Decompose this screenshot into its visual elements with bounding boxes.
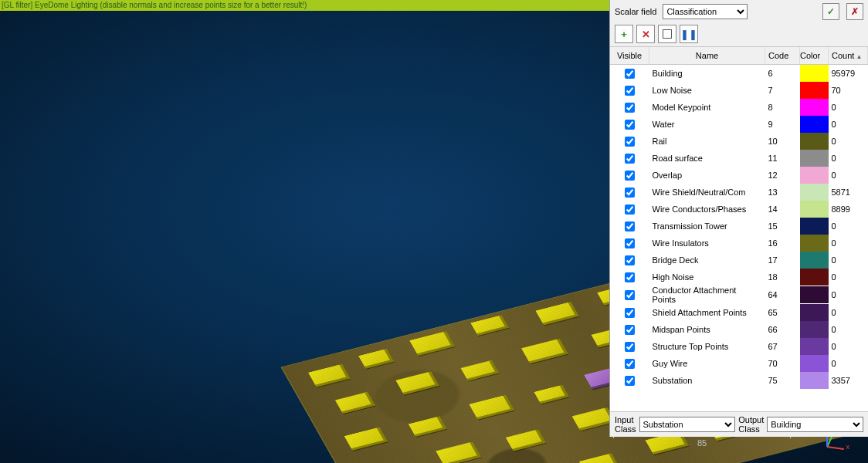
class-name-cell[interactable]: Rail [649,133,765,150]
visible-checkbox[interactable] [625,103,635,113]
input-class-select[interactable]: Substation [639,417,736,432]
visible-checkbox[interactable] [625,290,635,300]
class-code-cell[interactable]: 70 [765,355,800,372]
class-code-cell[interactable]: 10 [765,133,800,150]
visible-checkbox[interactable] [625,154,635,164]
visible-checkbox[interactable] [625,342,635,352]
color-swatch[interactable] [800,338,829,355]
visible-checkbox[interactable] [625,188,635,198]
class-name-cell[interactable]: Substation [649,372,765,389]
table-row[interactable]: Overlap120 [610,167,868,184]
table-row[interactable]: Rail100 [610,133,868,150]
table-row[interactable]: Bridge Deck170 [610,252,868,269]
color-swatch[interactable] [800,116,829,133]
color-swatch[interactable] [800,321,829,338]
table-row[interactable]: Road surface110 [610,150,868,167]
class-name-cell[interactable]: Structure Top Points [649,338,765,355]
visible-checkbox[interactable] [625,120,635,130]
visible-checkbox[interactable] [625,238,635,248]
class-name-cell[interactable]: Wire Insulators [649,235,765,252]
class-code-cell[interactable]: 9 [765,116,800,133]
class-code-cell[interactable]: 67 [765,338,800,355]
class-code-cell[interactable]: 13 [765,184,800,201]
class-code-cell[interactable]: 6 [765,65,800,83]
table-row[interactable]: Building695979 [610,65,868,83]
table-row[interactable]: Low Noise770 [610,82,868,99]
visible-checkbox[interactable] [625,255,635,265]
class-name-cell[interactable]: Guy Wire [649,355,765,372]
visible-checkbox[interactable] [625,69,635,79]
delete-class-button[interactable]: ✕ [636,25,655,43]
visible-checkbox[interactable] [625,137,635,147]
class-code-cell[interactable]: 11 [765,150,800,167]
color-swatch[interactable] [800,150,829,167]
visible-checkbox[interactable] [625,325,635,335]
color-swatch[interactable] [800,235,829,252]
col-code[interactable]: Code [765,47,800,65]
class-name-cell[interactable]: Conductor Attachment Points [649,286,765,304]
color-swatch[interactable] [800,133,829,150]
add-class-button[interactable]: + [615,25,633,43]
class-code-cell[interactable]: 17 [765,252,800,269]
class-name-cell[interactable]: Building [649,65,765,83]
stop-button[interactable] [658,25,676,43]
color-swatch[interactable] [800,218,829,235]
table-row[interactable]: Substation753357 [610,372,868,389]
col-visible[interactable]: Visible [610,47,649,65]
class-name-cell[interactable]: Midspan Points [649,321,765,338]
table-row[interactable]: Wire Shield/Neutral/Com135871 [610,184,868,201]
class-name-cell[interactable]: Low Noise [649,82,765,99]
color-swatch[interactable] [800,184,829,201]
class-code-cell[interactable]: 75 [765,372,800,389]
class-name-cell[interactable]: Transmission Tower [649,218,765,235]
class-name-cell[interactable]: Shield Attachment Points [649,304,765,321]
class-name-cell[interactable]: Overlap [649,167,765,184]
class-name-cell[interactable]: Wire Shield/Neutral/Com [649,184,765,201]
class-code-cell[interactable]: 65 [765,304,800,321]
table-row[interactable]: Model Keypoint80 [610,99,868,116]
color-swatch[interactable] [800,99,829,116]
class-name-cell[interactable]: Road surface [649,150,765,167]
visible-checkbox[interactable] [625,308,635,318]
table-row[interactable]: High Noise180 [610,269,868,286]
table-row[interactable]: Water90 [610,116,868,133]
visible-checkbox[interactable] [625,272,635,282]
visible-checkbox[interactable] [625,376,635,386]
col-color[interactable]: Color [800,47,829,65]
class-code-cell[interactable]: 64 [765,286,800,304]
class-code-cell[interactable]: 18 [765,269,800,286]
scalar-field-select[interactable]: Classification [663,4,748,19]
table-row[interactable]: Shield Attachment Points650 [610,304,868,321]
table-row[interactable]: Guy Wire700 [610,355,868,372]
table-row[interactable]: Wire Conductors/Phases148899 [610,201,868,218]
pause-button[interactable]: ❚❚ [680,25,698,43]
visible-checkbox[interactable] [625,221,635,231]
class-name-cell[interactable]: Model Keypoint [649,99,765,116]
class-code-cell[interactable]: 16 [765,235,800,252]
color-swatch[interactable] [800,65,829,82]
col-count[interactable]: Count [829,47,868,65]
color-swatch[interactable] [800,201,829,218]
class-name-cell[interactable]: Bridge Deck [649,252,765,269]
class-code-cell[interactable]: 8 [765,99,800,116]
class-code-cell[interactable]: 12 [765,167,800,184]
class-code-cell[interactable]: 15 [765,218,800,235]
apply-button[interactable]: ✓ [822,3,839,20]
visible-checkbox[interactable] [625,171,635,181]
output-class-select[interactable]: Building [767,417,863,432]
color-swatch[interactable] [800,252,829,269]
class-table-scroll[interactable]: Visible Name Code Color Count Building69… [610,46,868,411]
visible-checkbox[interactable] [625,204,635,215]
class-name-cell[interactable]: Water [649,116,765,133]
table-row[interactable]: Transmission Tower150 [610,218,868,235]
table-row[interactable]: Wire Insulators160 [610,235,868,252]
color-swatch[interactable] [800,355,829,372]
class-code-cell[interactable]: 14 [765,201,800,218]
color-swatch[interactable] [800,286,829,303]
cancel-button[interactable]: ✗ [846,3,863,20]
color-swatch[interactable] [800,304,829,321]
class-code-cell[interactable]: 66 [765,321,800,338]
table-row[interactable]: Midspan Points660 [610,321,868,338]
table-row[interactable]: Conductor Attachment Points640 [610,286,868,304]
col-name[interactable]: Name [649,47,765,65]
